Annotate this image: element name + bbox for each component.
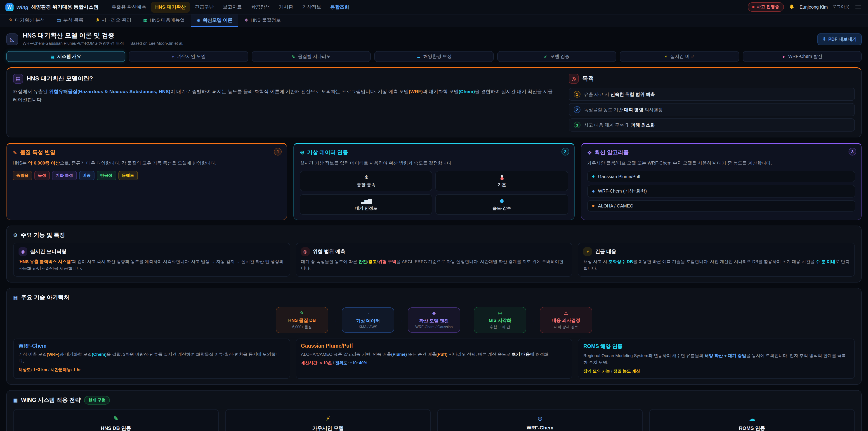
number-badge: 1: [574, 91, 581, 98]
card-description: 가우시안 플룸/퍼프 모델 또는 WRF-Chem 수치 모델을 사용하여 대기…: [587, 160, 855, 167]
page-header-text: HNS 대기확산 모델 이론 및 검증 WRF-Chem·Gaussian Pl…: [23, 32, 183, 47]
wing-card-hns-db: ✎ HNS DB 연동 CHRIS/CAMEO DB 6,000+종 물질 검색: [13, 409, 219, 431]
nav-emergency-rescue[interactable]: 긴급구난: [191, 2, 218, 12]
tab-realtime-comparison[interactable]: ⚡ 실시간 비교: [620, 51, 739, 62]
nav-integrated-search[interactable]: 통합조회: [326, 2, 353, 12]
tab-label: 물질별 시나리오: [298, 53, 331, 60]
wind-fan-icon: ❋: [364, 175, 368, 180]
architecture-icon: ▦: [13, 295, 18, 301]
brand[interactable]: W Wing 해양환경 위기대응 통합시스템: [5, 3, 98, 11]
target-icon: ◎: [569, 74, 579, 84]
arrow-icon: →: [464, 317, 470, 323]
flow-box-hns-db: ✎ HNS 물질 DB 6,000+ 물질: [276, 307, 328, 333]
nav-weather-info[interactable]: 기상정보: [298, 2, 325, 12]
model-roms: ROMS 해양 연동 Regional Ocean Modeling Syste…: [578, 339, 855, 379]
tab-model-validation[interactable]: ✔ 모델 검증: [497, 51, 616, 62]
number-badge: 2: [574, 106, 581, 113]
tab-substance-scenarios[interactable]: ✎ 물질별 시나리오: [252, 51, 371, 62]
subnav-diffusion-model-theory[interactable]: ◉ 확산모델 이론: [191, 14, 238, 27]
wing-card-title: WRF-Chem: [442, 425, 638, 430]
model-specs: 계산시간: < 10초 / 정확도: ±10~40%: [301, 360, 567, 366]
subnav-hns-response-manual[interactable]: ▦ HNS 대응매뉴얼: [138, 14, 190, 27]
flow-box-model-engine: ❖ 확산 모델 엔진 WRF-Chem / Gaussian: [408, 307, 460, 333]
tag-solubility: 용해도: [118, 171, 138, 180]
alert-icon: ⚠: [545, 311, 587, 316]
tab-wrf-chem-advance[interactable]: ➤ WRF-Chem 발전: [743, 51, 862, 62]
pencil-icon: ✎: [281, 311, 323, 316]
pdf-export-button[interactable]: ⇩ PDF 내보내기: [817, 33, 862, 45]
lightning-icon: ⚡: [664, 54, 668, 59]
top-navigation-bar: W Wing 해양환경 위기대응 통합시스템 유출유 확산예측 HNS·대기확산…: [0, 0, 868, 14]
nav-reports[interactable]: 보고자료: [219, 2, 246, 12]
model-description: Regional Ocean Modeling System과 연동하여 해수면…: [583, 352, 849, 366]
bullet-icon: [592, 175, 594, 178]
flow-box-subtitle: 6,000+ 물질: [281, 325, 323, 330]
weather-box-label: 풍향·풍속: [357, 182, 375, 188]
algorithm-label: ALOHA / CAMEO: [598, 204, 633, 208]
nav-board[interactable]: 게시판: [275, 2, 297, 12]
brand-title: 해양환경 위기대응 통합시스템: [31, 4, 98, 10]
subnav-label: HNS 물질정보: [251, 17, 281, 23]
nav-hns-air-diffusion[interactable]: HNS·대기확산: [151, 2, 190, 12]
logout-button[interactable]: 로그아웃: [832, 4, 849, 10]
intro-paragraph: 해상에서 유출된 위험유해물질(Hazardous & Noxious Subs…: [13, 88, 557, 104]
molecule-icon: ❖: [413, 311, 455, 317]
property-tag-row: 증발율 독성 기화 특성 비중 반응성 용해도: [13, 171, 281, 180]
tab-system-overview[interactable]: ▦ 시스템 개요: [6, 51, 125, 62]
model-description: ALOHA/CAMEO 표준 알고리즘 기반. 연속 배출(Plume) 또는 …: [301, 351, 567, 358]
fan-icon: ❋: [300, 149, 305, 156]
purpose-panel: ◎ 목적 1 유출 사고 시 신속한 위험 범위 예측 2 독성물질 농도 기반…: [569, 74, 855, 131]
card-description: 실시간 기상 정보를 입력 데이터로 사용하여 확산 방향과 속도를 결정합니다…: [300, 160, 568, 167]
tab-marine-correction[interactable]: ☁ 해양환경 보정: [375, 51, 494, 62]
pencil-icon: ✎: [291, 54, 295, 59]
weather-box-label: 습도·강수: [493, 206, 511, 212]
architecture-flow: ✎ HNS 물질 DB 6,000+ 물질 → ≈ 기상 데이터 KMA / A…: [13, 307, 855, 333]
subnav-analysis-list[interactable]: ▤ 분석 목록: [51, 14, 89, 27]
nav-oil-spill-prediction[interactable]: 유출유 확산예측: [107, 2, 150, 12]
subnav-label: 분석 목록: [63, 17, 84, 23]
target-icon: ◎: [301, 247, 309, 256]
card-weather-data-link: 2 ❋ 기상 데이터 연동 실시간 기상 정보를 입력 데이터로 사용하여 확산…: [293, 143, 575, 220]
arrow-icon: →: [530, 317, 536, 323]
flow-box-title: 확산 모델 엔진: [413, 318, 455, 324]
molecule-icon: ❖: [244, 18, 248, 23]
model-specs: 장기 모의 가능 / 정밀 농도 계산: [583, 368, 849, 374]
feature-realtime-monitoring: ◉ 실시간 모니터링 'HNS 유출 블랙박스 시스템'과 같이 사고 즉시 확…: [13, 243, 290, 277]
flow-box-subtitle: 대피·방제·경보: [545, 325, 587, 330]
flow-box-subtitle: KMA / AWS: [347, 325, 389, 329]
app-logo-icon: W: [5, 3, 13, 11]
subnav-label: 확산모델 이론: [203, 17, 232, 23]
atom-icon: ◉: [196, 18, 200, 23]
hamburger-menu-icon[interactable]: [854, 4, 863, 11]
nav-aerial-search[interactable]: 항공탐색: [247, 2, 274, 12]
tab-label: 시스템 개요: [57, 53, 81, 60]
feature-risk-range-prediction: ◎ 위험 범위 예측 대기 중 독성물질 농도에 따른 안전/경고/위험 구역을…: [296, 243, 572, 277]
incident-status-badge[interactable]: 사고 진행중: [747, 2, 784, 12]
flow-box-gis-visualization: ◎ GIS 시각화 위험 구역 맵: [474, 307, 526, 333]
list-icon: ▤: [57, 18, 61, 23]
pillar-cards-row: 1 ✎ 물질 특성 반영 HNS는 약 6,000종 이상으로, 종류가 매우 …: [6, 143, 862, 220]
algorithm-item: Gaussian Plume/Puff: [587, 171, 855, 182]
purpose-item-text: 사고 대응 체계 구축 및 피해 최소화: [584, 122, 655, 128]
algorithm-label: WRF-Chem (기상+화학): [598, 188, 647, 194]
intro-section: ▤ HNS 대기확산 모델이란? 해상에서 유출된 위험유해물질(Hazardo…: [6, 67, 862, 137]
weather-box-stability: ▂▅▇ 대기 안정도: [300, 194, 432, 215]
feature-text: 'HNS 유출 블랙박스 시스템'과 같이 사고 즉시 확산 방향과 농도를 예…: [19, 258, 285, 272]
feature-emergency-response: ⚡ 긴급 대응 해상 사고 시 조화상수 DB를 이용한 빠른 예측 기술을 포…: [578, 243, 855, 277]
pdf-export-label: PDF 내보내기: [828, 36, 857, 42]
flow-box-decision: ⚠ 대응 의사결정 대피·방제·경보: [540, 307, 592, 333]
tab-label: WRF-Chem 발전: [788, 53, 822, 60]
cloud-icon: ☁: [654, 415, 850, 423]
wing-card-title: ROMS 연동: [654, 425, 850, 431]
subnav-air-diffusion-analysis[interactable]: ✎ 대기확산 분석: [4, 14, 51, 27]
brand-name: Wing: [16, 4, 29, 10]
secondary-nav: ✎ 대기확산 분석 ▤ 분석 목록 ⚗ 시나리오 관리 ▦ HNS 대응매뉴얼 …: [0, 14, 868, 27]
notification-bell-icon[interactable]: [788, 4, 795, 10]
arrow-icon: →: [398, 317, 404, 323]
subnav-scenario-management[interactable]: ⚗ 시나리오 관리: [90, 14, 137, 27]
subnav-hns-substance-info[interactable]: ❖ HNS 물질정보: [239, 14, 286, 27]
primary-nav: 유출유 확산예측 HNS·대기확산 긴급구난 보고자료 항공탐색 게시판 기상정…: [107, 2, 353, 12]
tab-gaussian-model[interactable]: ∩ 가우시안 모델: [129, 51, 248, 62]
page-subtitle: WRF-Chem·Gaussian Plume/Puff·ROMS·해양환경 보…: [23, 41, 183, 47]
model-specs: 해상도: 1~3 km / 시간분해능: 1 hr: [19, 367, 285, 373]
